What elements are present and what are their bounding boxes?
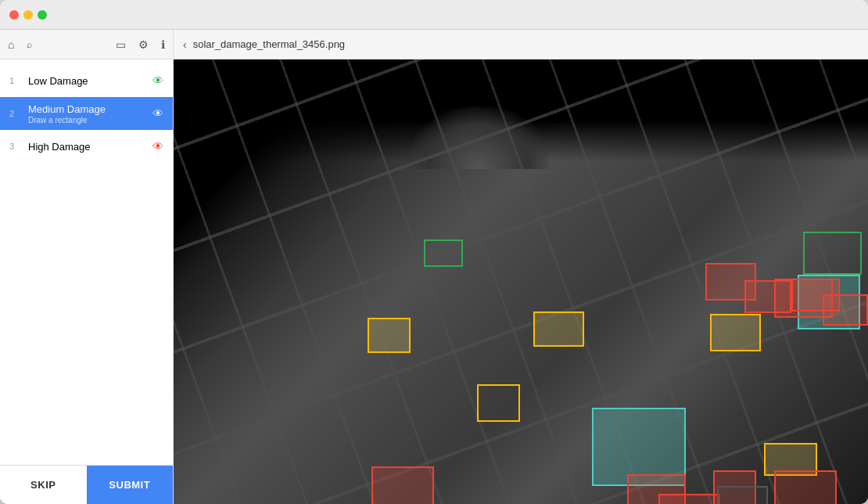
annotation-yellow-2[interactable]: [533, 311, 584, 347]
content-topbar: ‹ solar_damage_thermal_3456.png: [174, 30, 868, 59]
skip-button[interactable]: SKIP: [0, 466, 87, 504]
label-name-high: High Damage: [28, 141, 152, 153]
monitor-icon[interactable]: ▭: [116, 38, 126, 51]
close-button[interactable]: [9, 10, 19, 20]
label-item-medium-damage[interactable]: 2 Medium Damage Draw a rectangle 👁: [0, 97, 173, 130]
sidebar: ⌂ ⌕ ▭ ⚙ ℹ 1 Low Damage 👁: [0, 30, 174, 504]
eye-icon-medium[interactable]: 👁: [152, 107, 163, 120]
search-icon[interactable]: ⌕: [27, 39, 32, 50]
annotation-green-2[interactable]: [803, 232, 862, 275]
minimize-button[interactable]: [23, 10, 33, 20]
bottom-action-bar: SKIP SUBMIT: [0, 465, 173, 504]
annotation-red-10[interactable]: [774, 470, 837, 504]
label-text-high: High Damage: [28, 141, 152, 153]
label-item-high-damage[interactable]: 3 High Damage 👁: [0, 130, 173, 163]
label-sub-medium: Draw a rectangle: [28, 116, 152, 124]
titlebar: [0, 0, 868, 30]
label-num-1: 1: [9, 76, 22, 85]
label-item-low-damage[interactable]: 1 Low Damage 👁: [0, 64, 173, 97]
maximize-button[interactable]: [38, 10, 47, 20]
info-icon[interactable]: ℹ: [161, 38, 165, 51]
annotation-yellow-1[interactable]: [368, 318, 411, 353]
traffic-lights: [9, 10, 47, 20]
annotation-red-5[interactable]: [774, 279, 833, 318]
annotation-yellow-4[interactable]: [477, 384, 520, 422]
annotation-dark-1[interactable]: [717, 486, 768, 504]
main-area: ⌂ ⌕ ▭ ⚙ ℹ 1 Low Damage 👁: [0, 30, 868, 504]
annotation-yellow-3[interactable]: [710, 314, 761, 351]
label-name-medium: Medium Damage: [28, 103, 152, 115]
sidebar-nav: ⌂ ⌕ ▭ ⚙ ℹ: [0, 30, 173, 59]
label-name-low: Low Damage: [28, 75, 152, 87]
label-list: 1 Low Damage 👁 2 Medium Damage Draw a re…: [0, 59, 173, 465]
label-num-3: 3: [9, 142, 22, 151]
content-area: ‹ solar_damage_thermal_3456.png: [174, 30, 868, 504]
label-text-low: Low Damage: [28, 75, 152, 87]
home-icon[interactable]: ⌂: [8, 38, 14, 51]
label-text-medium: Medium Damage Draw a rectangle: [28, 103, 152, 124]
eye-icon-low[interactable]: 👁: [152, 74, 163, 87]
settings-icon[interactable]: ⚙: [138, 38, 149, 51]
submit-button[interactable]: SUBMIT: [87, 466, 174, 504]
filename-label: solar_damage_thermal_3456.png: [193, 38, 345, 50]
label-num-2: 2: [9, 109, 22, 118]
thermal-background: [174, 59, 868, 504]
annotation-red-6[interactable]: [371, 466, 434, 504]
annotation-red-8[interactable]: [658, 494, 719, 504]
app-window: ⌂ ⌕ ▭ ⚙ ℹ 1 Low Damage 👁: [0, 0, 868, 504]
back-arrow-icon[interactable]: ‹: [183, 38, 187, 51]
eye-icon-high[interactable]: 👁: [152, 140, 163, 153]
image-canvas[interactable]: [174, 59, 868, 504]
annotation-green-1[interactable]: [424, 239, 463, 267]
